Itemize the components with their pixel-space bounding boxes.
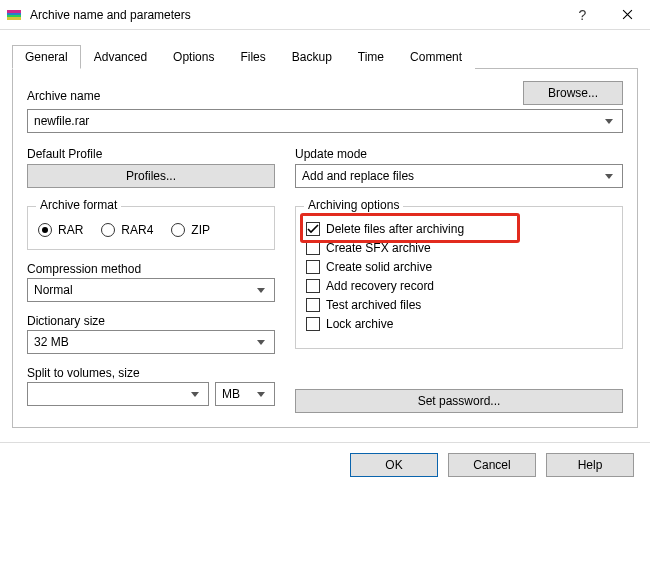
split-size-input[interactable] — [27, 382, 209, 406]
split-unit-select[interactable]: MB — [215, 382, 275, 406]
tab-advanced[interactable]: Advanced — [81, 45, 160, 69]
check-create-solid-label: Create solid archive — [326, 260, 432, 274]
titlebar: Archive name and parameters ? — [0, 0, 650, 30]
tab-comment[interactable]: Comment — [397, 45, 475, 69]
checkbox-icon — [306, 241, 320, 255]
check-test-archived-label: Test archived files — [326, 298, 421, 312]
archiving-options-title: Archiving options — [304, 198, 403, 212]
close-button[interactable] — [605, 0, 650, 30]
chevron-down-icon — [252, 279, 270, 301]
radio-zip[interactable]: ZIP — [171, 223, 210, 237]
profiles-button[interactable]: Profiles... — [27, 164, 275, 188]
help-icon: ? — [579, 7, 587, 23]
dictionary-value: 32 MB — [34, 335, 69, 349]
chevron-down-icon — [252, 383, 270, 405]
general-panel: Archive name Browse... newfile.rar Defau… — [12, 69, 638, 428]
checkbox-icon — [306, 298, 320, 312]
compression-label: Compression method — [27, 262, 275, 276]
winrar-icon — [6, 7, 22, 23]
archive-name-input[interactable]: newfile.rar — [27, 109, 623, 133]
check-lock-archive[interactable]: Lock archive — [306, 317, 612, 331]
archive-name-label: Archive name — [27, 89, 511, 103]
chevron-down-icon — [186, 383, 204, 405]
split-unit-value: MB — [222, 387, 240, 401]
checkbox-icon — [306, 260, 320, 274]
radio-zip-label: ZIP — [191, 223, 210, 237]
compression-select[interactable]: Normal — [27, 278, 275, 302]
svg-rect-2 — [7, 13, 21, 15]
help-button[interactable]: ? — [560, 0, 605, 30]
radio-icon — [38, 223, 52, 237]
radio-rar4-label: RAR4 — [121, 223, 153, 237]
compression-value: Normal — [34, 283, 73, 297]
checkbox-icon — [306, 279, 320, 293]
tab-files[interactable]: Files — [227, 45, 278, 69]
tab-time[interactable]: Time — [345, 45, 397, 69]
tab-strip: General Advanced Options Files Backup Ti… — [12, 44, 638, 69]
tab-backup[interactable]: Backup — [279, 45, 345, 69]
archive-format-title: Archive format — [36, 198, 121, 212]
check-add-recovery-label: Add recovery record — [326, 279, 434, 293]
set-password-button[interactable]: Set password... — [295, 389, 623, 413]
checkbox-icon — [306, 317, 320, 331]
radio-rar-label: RAR — [58, 223, 83, 237]
help-button-footer[interactable]: Help — [546, 453, 634, 477]
chevron-down-icon — [600, 110, 618, 132]
svg-rect-3 — [7, 15, 21, 17]
check-create-solid[interactable]: Create solid archive — [306, 260, 612, 274]
svg-rect-4 — [7, 17, 21, 20]
check-test-archived[interactable]: Test archived files — [306, 298, 612, 312]
update-mode-value: Add and replace files — [302, 169, 414, 183]
chevron-down-icon — [600, 165, 618, 187]
check-create-sfx-label: Create SFX archive — [326, 241, 431, 255]
radio-rar4[interactable]: RAR4 — [101, 223, 153, 237]
browse-button[interactable]: Browse... — [523, 81, 623, 105]
window-title: Archive name and parameters — [30, 8, 560, 22]
dictionary-label: Dictionary size — [27, 314, 275, 328]
update-mode-label: Update mode — [295, 147, 623, 161]
check-delete-after-label: Delete files after archiving — [326, 222, 464, 236]
check-add-recovery[interactable]: Add recovery record — [306, 279, 612, 293]
dictionary-select[interactable]: 32 MB — [27, 330, 275, 354]
chevron-down-icon — [252, 331, 270, 353]
radio-rar[interactable]: RAR — [38, 223, 83, 237]
cancel-button[interactable]: Cancel — [448, 453, 536, 477]
check-lock-archive-label: Lock archive — [326, 317, 393, 331]
checkbox-icon — [306, 222, 320, 236]
check-create-sfx[interactable]: Create SFX archive — [306, 241, 612, 255]
tab-general[interactable]: General — [12, 45, 81, 69]
split-label: Split to volumes, size — [27, 366, 275, 380]
tab-options[interactable]: Options — [160, 45, 227, 69]
default-profile-label: Default Profile — [27, 147, 275, 161]
dialog-footer: OK Cancel Help — [0, 442, 650, 491]
radio-icon — [171, 223, 185, 237]
archive-name-value: newfile.rar — [34, 114, 89, 128]
update-mode-select[interactable]: Add and replace files — [295, 164, 623, 188]
check-delete-after[interactable]: Delete files after archiving — [306, 222, 612, 236]
svg-rect-1 — [7, 10, 21, 13]
radio-icon — [101, 223, 115, 237]
close-icon — [622, 9, 633, 20]
ok-button[interactable]: OK — [350, 453, 438, 477]
